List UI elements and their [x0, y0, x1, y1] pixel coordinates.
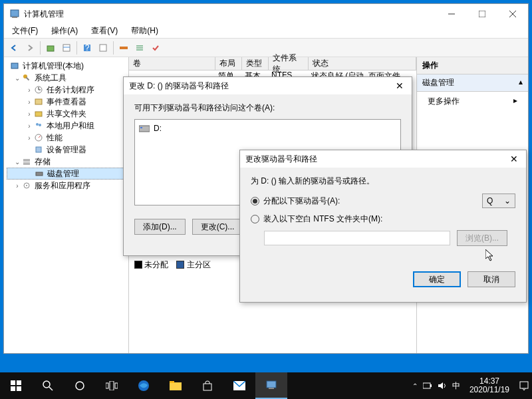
close-button[interactable]: [497, 4, 528, 24]
edge-button[interactable]: [128, 372, 160, 399]
notification-icon[interactable]: [519, 380, 529, 391]
search-button[interactable]: [32, 372, 64, 399]
back-button[interactable]: [7, 41, 21, 55]
system-tray: ⌃ 中 14:37 2020/11/19: [412, 377, 532, 394]
svg-rect-30: [23, 162, 30, 165]
tree-disk-management[interactable]: 磁盘管理: [7, 168, 126, 180]
tree-services[interactable]: ›服务和应用程序: [7, 180, 126, 192]
up-button[interactable]: [43, 41, 58, 55]
help-button[interactable]: ?: [80, 41, 94, 55]
svg-rect-40: [11, 386, 15, 391]
svg-rect-1: [12, 17, 17, 18]
battery-icon[interactable]: [423, 381, 432, 390]
maximize-button[interactable]: [467, 4, 497, 24]
start-button[interactable]: [0, 372, 32, 399]
taskview-button[interactable]: [96, 372, 128, 399]
svg-point-25: [39, 124, 41, 126]
svg-rect-0: [11, 10, 19, 17]
menu-action[interactable]: 操作(A): [49, 24, 80, 38]
dialog2-close-button[interactable]: ✕: [507, 154, 521, 164]
tree-root[interactable]: 计算机管理(本地): [7, 60, 126, 72]
tray-chevron-icon[interactable]: ⌃: [412, 382, 418, 390]
tree-storage[interactable]: ⌄存储: [7, 156, 126, 168]
ok-button[interactable]: 确定: [413, 271, 461, 287]
properties-button[interactable]: [59, 41, 74, 55]
svg-rect-53: [267, 381, 276, 388]
app-icon: [9, 9, 20, 19]
minimize-button[interactable]: [436, 4, 467, 24]
legend-primary: 主分区: [187, 260, 211, 269]
store-button[interactable]: [192, 372, 223, 399]
svg-rect-45: [106, 383, 108, 388]
svg-rect-49: [170, 382, 182, 390]
svg-rect-3: [479, 11, 485, 17]
dialog2-title: 更改驱动器号和路径: [245, 154, 507, 165]
menu-help[interactable]: 帮助(H): [128, 24, 161, 38]
drive-icon: [139, 124, 150, 132]
add-button[interactable]: 添加(D)...: [134, 219, 186, 235]
window-title: 计算机管理: [24, 9, 436, 20]
dialog1-close-button[interactable]: ✕: [393, 80, 406, 91]
tree-performance[interactable]: ›性能: [7, 132, 126, 144]
tree-system-tools[interactable]: ⌄系统工具: [7, 72, 126, 84]
svg-rect-31: [36, 172, 43, 176]
col-volume[interactable]: 卷: [129, 57, 215, 70]
svg-rect-51: [203, 384, 211, 390]
titlebar: 计算机管理: [4, 4, 528, 24]
volume-icon[interactable]: [438, 381, 447, 390]
radio-assign-letter-row[interactable]: 分配以下驱动器号(A): Q⌄: [251, 194, 515, 208]
svg-rect-6: [47, 46, 54, 51]
col-status[interactable]: 状态: [309, 57, 416, 70]
legend-unalloc: 未分配: [144, 260, 168, 269]
svg-point-44: [76, 382, 84, 390]
menu-file[interactable]: 文件(F): [9, 24, 41, 38]
check-button[interactable]: [148, 41, 163, 55]
col-fs[interactable]: 文件系统: [269, 57, 309, 70]
actions-sub[interactable]: 磁盘管理▴: [417, 74, 528, 92]
refresh-button[interactable]: [116, 41, 131, 55]
list-button[interactable]: [132, 41, 147, 55]
chevron-right-icon: ▸: [513, 96, 517, 107]
svg-rect-46: [110, 381, 114, 390]
drive-letter-combo[interactable]: Q⌄: [482, 194, 515, 208]
svg-rect-22: [35, 99, 42, 104]
radio-assign-label: 分配以下驱动器号(A):: [263, 196, 478, 207]
radio-assign-letter[interactable]: [251, 197, 259, 205]
radio-mount-folder-row[interactable]: 装入以下空白 NTFS 文件夹中(M):: [251, 213, 515, 225]
dialog1-title: 更改 D: () 的驱动器号和路径: [129, 80, 393, 92]
radio-mount-folder[interactable]: [251, 215, 259, 223]
forward-button[interactable]: [23, 41, 37, 55]
mail-button[interactable]: [223, 372, 255, 399]
col-type[interactable]: 类型: [242, 57, 269, 70]
menu-view[interactable]: 查看(V): [88, 24, 120, 38]
svg-rect-12: [120, 47, 128, 49]
view-button[interactable]: [96, 41, 110, 55]
svg-text:?: ?: [85, 43, 90, 53]
toolbar: ?: [4, 39, 528, 57]
tray-clock[interactable]: 14:37 2020/11/19: [466, 377, 513, 394]
action-more[interactable]: 更多操作▸: [417, 92, 528, 111]
svg-rect-23: [35, 112, 42, 116]
explorer-button[interactable]: [160, 372, 192, 399]
dialog-assign-letter: 更改驱动器号和路径 ✕ 为 D: () 输入新的驱动器号或路径。 分配以下驱动器…: [239, 150, 527, 303]
svg-rect-39: [17, 380, 21, 385]
tree-task-scheduler[interactable]: ›任务计划程序: [7, 84, 126, 96]
ime-indicator[interactable]: 中: [452, 380, 460, 392]
cancel-button[interactable]: 取消: [467, 271, 515, 287]
svg-rect-37: [140, 127, 142, 128]
mount-path-input: [264, 231, 450, 245]
cortana-button[interactable]: [64, 372, 96, 399]
tree-shared-folders[interactable]: ›共享文件夹: [7, 108, 126, 120]
compmgmt-taskbar-button[interactable]: [255, 372, 287, 399]
volume-header: 卷 布局 类型 文件系统 状态: [129, 57, 416, 70]
col-layout[interactable]: 布局: [215, 57, 242, 70]
drive-list-item[interactable]: D:: [138, 122, 398, 134]
tree-local-users[interactable]: ›本地用户和组: [7, 120, 126, 132]
tree-panel: 计算机管理(本地) ⌄系统工具 ›任务计划程序 ›事件查看器 ›共享文件夹 ›本…: [4, 57, 129, 353]
tree-event-viewer[interactable]: ›事件查看器: [7, 96, 126, 108]
change-button[interactable]: 更改(C)...: [192, 219, 243, 235]
tree-device-manager[interactable]: 设备管理器: [7, 144, 126, 156]
svg-line-27: [39, 136, 41, 138]
svg-rect-28: [36, 147, 41, 152]
svg-rect-11: [100, 45, 106, 51]
